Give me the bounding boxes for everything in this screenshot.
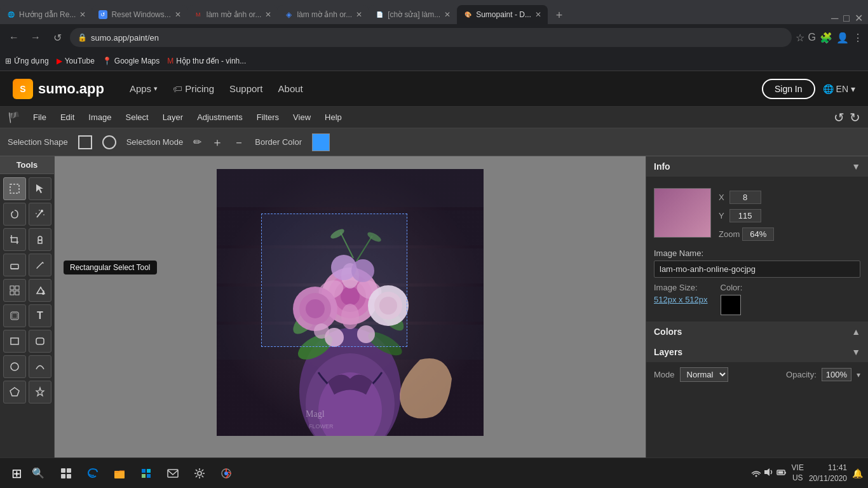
tab-close-3[interactable]: ✕: [265, 10, 271, 19]
signin-button[interactable]: Sign In: [762, 79, 815, 99]
bookmark-youtube[interactable]: ▶ YouTube: [57, 57, 95, 65]
image-name-input[interactable]: [654, 261, 860, 278]
tool-pencil[interactable]: [29, 254, 51, 276]
taskbar-files[interactable]: [107, 461, 132, 486]
notification-bell-icon[interactable]: 🔔: [852, 468, 863, 478]
bookmark-gmail[interactable]: M Hộp thư đến - vinh...: [167, 57, 246, 65]
taskbar-edge[interactable]: [80, 461, 105, 486]
bookmark-apps-label: Ứng dụng: [14, 57, 49, 65]
selection-shape-rect[interactable]: [78, 135, 92, 149]
taskbar-settings[interactable]: [187, 461, 212, 486]
refresh-button[interactable]: ↺: [48, 29, 66, 46]
profile-icon[interactable]: 👤: [836, 32, 849, 44]
bookmark-youtube-label: YouTube: [65, 57, 95, 65]
redo-button[interactable]: ↻: [850, 110, 860, 125]
layers-mode-row: Mode Normal Opacity: 100% ▾: [654, 367, 860, 382]
tool-pattern[interactable]: [3, 279, 26, 302]
selection-shape-circle[interactable]: [102, 135, 116, 149]
tool-circle[interactable]: [3, 355, 26, 378]
tab-3[interactable]: M làm mờ ảnh or... ✕: [187, 5, 278, 24]
tool-star[interactable]: [29, 381, 51, 403]
tool-fill[interactable]: [29, 279, 51, 302]
canvas-image: Magl FLOWER: [217, 169, 484, 436]
tab-6[interactable]: 🎨 Sumopaint - D... ✕: [457, 5, 548, 24]
menu-filters[interactable]: Filters: [250, 110, 285, 125]
colors-panel-header[interactable]: Colors ▲: [646, 322, 868, 342]
menu-edit[interactable]: Edit: [54, 110, 81, 125]
svg-rect-0: [10, 184, 19, 193]
selection-mode-add-icon[interactable]: ＋: [212, 135, 223, 150]
opacity-arrow-icon[interactable]: ▾: [857, 370, 860, 379]
menu-select[interactable]: Select: [119, 110, 155, 125]
selection-mode-pencil-icon[interactable]: ✏: [193, 136, 201, 148]
minimize-icon[interactable]: ─: [831, 13, 838, 24]
tool-magic-wand[interactable]: [29, 203, 51, 226]
new-tab-button[interactable]: +: [550, 6, 568, 24]
menu-help[interactable]: Help: [318, 110, 348, 125]
tool-select-rect[interactable]: [3, 177, 26, 200]
tab-4[interactable]: ◈ làm mờ ảnh or... ✕: [278, 5, 369, 24]
tool-arc[interactable]: [29, 355, 51, 378]
undo-button[interactable]: ↺: [834, 110, 844, 125]
taskbar-email[interactable]: [160, 461, 186, 486]
menu-dots-icon[interactable]: ⋮: [853, 32, 863, 44]
topnav-apps[interactable]: Apps: [130, 83, 158, 94]
color-swatch[interactable]: [721, 295, 741, 315]
mode-select[interactable]: Normal: [680, 367, 728, 382]
tab-close-1[interactable]: ✕: [79, 10, 86, 19]
bookmark-apps[interactable]: ⊞ Ứng dụng: [5, 57, 49, 65]
maximize-icon[interactable]: □: [843, 13, 850, 24]
apps-grid-icon: ⊞: [5, 57, 11, 65]
tool-polygon[interactable]: [3, 381, 26, 403]
taskbar-store[interactable]: [133, 461, 159, 486]
tool-crop[interactable]: [3, 228, 26, 251]
colors-panel-toggle[interactable]: ▲: [851, 327, 860, 337]
tab-close-5[interactable]: ✕: [444, 10, 451, 19]
close-window-icon[interactable]: ✕: [855, 12, 863, 24]
canvas-area[interactable]: Magl FLOWER: [55, 156, 646, 488]
tab-5[interactable]: 📄 [chờ sửa] làm... ✕: [369, 5, 457, 24]
svg-rect-82: [778, 471, 783, 474]
selection-mode-subtract-icon[interactable]: －: [233, 135, 245, 150]
layers-panel-header[interactable]: Layers ▼: [646, 342, 868, 362]
tool-blur[interactable]: [3, 304, 26, 327]
menu-image[interactable]: Image: [82, 110, 118, 125]
info-panel-toggle[interactable]: ▼: [851, 161, 860, 172]
tool-lasso[interactable]: [3, 203, 26, 226]
tool-arrow-select[interactable]: [29, 177, 51, 200]
tool-rect-shape[interactable]: [3, 330, 26, 353]
tool-text[interactable]: T: [29, 304, 51, 327]
lang-selector[interactable]: 🌐 EN ▾: [823, 84, 855, 94]
tab-1[interactable]: 🌐 Hướng dẫn Re... ✕: [0, 5, 92, 24]
menu-layer[interactable]: Layer: [156, 110, 190, 125]
start-button[interactable]: ⊞: [5, 462, 28, 485]
taskbar-chrome[interactable]: [214, 461, 239, 486]
topnav-pricing[interactable]: 🏷 Pricing: [173, 83, 214, 94]
topnav-about[interactable]: About: [278, 83, 303, 94]
notification-area: [751, 467, 787, 479]
tab-close-2[interactable]: ✕: [175, 10, 181, 19]
border-color-swatch[interactable]: [312, 133, 330, 151]
forward-button[interactable]: →: [27, 29, 44, 46]
tool-round-rect[interactable]: [29, 330, 51, 353]
topnav-support[interactable]: Support: [229, 83, 263, 94]
extensions-icon[interactable]: 🧩: [820, 32, 832, 44]
tool-stamp[interactable]: [29, 228, 51, 251]
menu-file[interactable]: File: [27, 110, 53, 125]
menu-adjustments[interactable]: Adjustments: [191, 110, 249, 125]
bookmark-maps[interactable]: 📍 Google Maps: [102, 57, 159, 65]
taskbar-task-view[interactable]: [53, 461, 79, 486]
translate-icon[interactable]: G: [808, 32, 816, 43]
tool-eraser[interactable]: [3, 254, 26, 276]
tab-2[interactable]: ↺ Reset Windows... ✕: [92, 5, 187, 24]
image-size-value[interactable]: 512px x 512px: [654, 295, 708, 304]
address-input[interactable]: 🔒 sumo.app/paint/en: [70, 28, 792, 47]
back-button[interactable]: ←: [5, 29, 23, 46]
menu-view[interactable]: View: [287, 110, 317, 125]
info-panel-header[interactable]: Info ▼: [646, 156, 868, 177]
bookmark-star-icon[interactable]: ☆: [796, 32, 804, 44]
tab-close-4[interactable]: ✕: [356, 10, 362, 19]
layers-panel-toggle[interactable]: ▼: [851, 347, 860, 357]
taskbar-search-icon[interactable]: 🔍: [28, 463, 48, 484]
tab-close-6[interactable]: ✕: [535, 10, 541, 19]
